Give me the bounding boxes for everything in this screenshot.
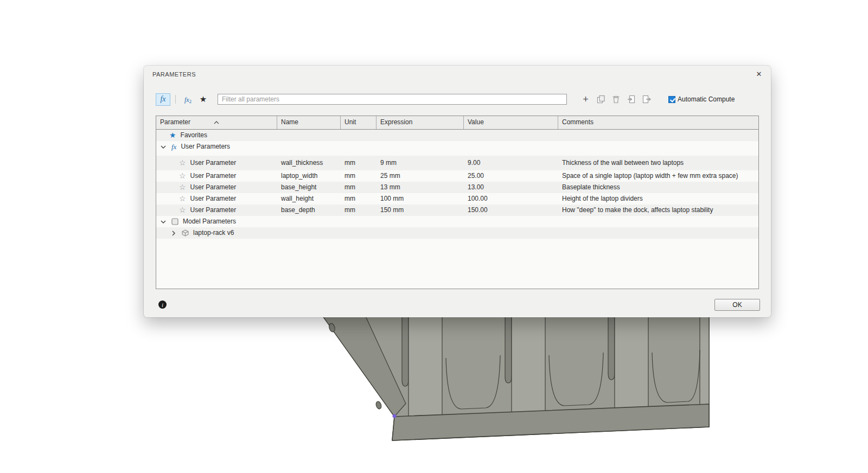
table-row-wall-height[interactable]: ☆ User Parameter wall_height mm 100 mm 1…: [156, 193, 758, 204]
param-value: 9.00: [464, 156, 558, 170]
copy-icon: [597, 95, 605, 104]
param-expression[interactable]: 100 mm: [376, 193, 464, 204]
param-value: 100.00: [464, 193, 558, 204]
plus-icon: +: [583, 94, 589, 104]
sort-ascending-icon: [214, 116, 219, 129]
table-row-wall-thickness[interactable]: ☆ User Parameter wall_thickness mm 9 mm …: [156, 156, 758, 170]
trash-icon: [612, 95, 620, 104]
automatic-compute-label: Automatic Compute: [678, 95, 735, 103]
dialog-title: PARAMETERS: [152, 71, 196, 78]
star-icon: ★: [200, 94, 207, 104]
param-value: 13.00: [464, 182, 558, 193]
model-parameters-icon: [171, 218, 178, 225]
export-icon: [642, 95, 651, 104]
favorites-filter-button[interactable]: ★: [197, 93, 209, 106]
favorite-toggle-star-icon[interactable]: ☆: [179, 193, 186, 204]
favorite-toggle-star-icon[interactable]: ☆: [179, 204, 186, 216]
column-header-name[interactable]: Name: [277, 116, 341, 129]
automatic-compute-group: Automatic Compute: [668, 95, 735, 103]
table-row-laptop-width[interactable]: ☆ User Parameter laptop_width mm 25 mm 2…: [156, 170, 758, 182]
param-comment[interactable]: Space of a single laptop (laptop width +…: [558, 170, 758, 182]
derived-parameter-fx2-button[interactable]: fx2: [181, 93, 195, 106]
ok-button[interactable]: OK: [714, 299, 760, 311]
user-parameter-fx-button[interactable]: fx: [156, 93, 170, 106]
param-value: 150.00: [464, 204, 558, 216]
import-icon: [627, 95, 636, 104]
parameters-dialog: PARAMETERS ✕ fx fx2 ★ +: [144, 66, 771, 317]
column-header-parameter[interactable]: Parameter: [156, 116, 277, 129]
delete-parameter-button[interactable]: [611, 94, 621, 105]
fx-icon: fx: [171, 141, 176, 152]
user-parameters-label: User Parameters: [181, 141, 230, 152]
table-body: ★ Favorites fx User Parameters ☆ User Pa…: [156, 130, 758, 239]
toolbar-divider: [175, 95, 176, 104]
param-unit: mm: [341, 193, 376, 204]
param-comment[interactable]: Baseplate thickness: [558, 182, 758, 193]
param-name: laptop_width: [277, 170, 341, 182]
favorite-toggle-star-icon[interactable]: ☆: [179, 182, 186, 193]
component-icon: [182, 229, 189, 237]
column-header-unit[interactable]: Unit: [341, 116, 376, 129]
add-parameter-button[interactable]: +: [580, 94, 591, 105]
favorites-label: Favorites: [181, 130, 207, 141]
close-icon[interactable]: ✕: [754, 69, 764, 80]
param-name: wall_height: [277, 193, 341, 204]
duplicate-parameter-button[interactable]: [596, 94, 606, 105]
model-parameters-label: Model Parameters: [183, 216, 236, 227]
chevron-right-icon[interactable]: [170, 231, 177, 236]
column-header-comments[interactable]: Comments: [558, 116, 758, 129]
parameters-table: Parameter Name Unit Expression Value Com…: [156, 116, 759, 289]
favorite-toggle-star-icon[interactable]: ☆: [179, 156, 186, 170]
table-row-base-height[interactable]: ☆ User Parameter base_height mm 13 mm 13…: [156, 182, 758, 193]
param-name: base_depth: [277, 204, 341, 216]
param-expression[interactable]: 150 mm: [376, 204, 464, 216]
chevron-down-icon[interactable]: [160, 145, 167, 149]
table-row-model-parameters-group[interactable]: Model Parameters: [156, 216, 758, 227]
param-comment[interactable]: How "deep" to make the dock, affects lap…: [558, 204, 758, 216]
column-header-value[interactable]: Value: [464, 116, 558, 129]
param-value: 25.00: [464, 170, 558, 182]
component-label: laptop-rack v6: [193, 227, 234, 239]
param-expression[interactable]: 9 mm: [376, 156, 464, 170]
param-unit: mm: [341, 170, 376, 182]
param-unit: mm: [341, 182, 376, 193]
param-comment[interactable]: Thickness of the wall between two laptop…: [558, 156, 758, 170]
param-unit: mm: [341, 156, 376, 170]
filter-parameters-input[interactable]: [218, 94, 567, 105]
param-expression[interactable]: 13 mm: [376, 182, 464, 193]
favorites-star-icon: ★: [169, 130, 176, 141]
parameters-toolbar: fx fx2 ★ +: [156, 93, 759, 106]
table-row-favorites[interactable]: ★ Favorites: [156, 130, 758, 141]
fx2-subscript: 2: [189, 99, 192, 104]
param-expression[interactable]: 25 mm: [376, 170, 464, 182]
column-header-expression[interactable]: Expression: [376, 116, 464, 129]
param-name: wall_thickness: [277, 156, 341, 170]
favorite-toggle-star-icon[interactable]: ☆: [179, 170, 186, 182]
export-parameters-button[interactable]: [641, 94, 652, 105]
fx2-icon: fx: [184, 96, 189, 104]
param-comment[interactable]: Height of the laptop dividers: [558, 193, 758, 204]
toolbar-actions: +: [580, 94, 656, 105]
param-name: base_height: [277, 182, 341, 193]
table-row-base-depth[interactable]: ☆ User Parameter base_depth mm 150 mm 15…: [156, 204, 758, 216]
param-unit: mm: [341, 204, 376, 216]
fx-icon: fx: [160, 95, 165, 104]
table-header: Parameter Name Unit Expression Value Com…: [156, 116, 758, 130]
chevron-down-icon[interactable]: [160, 220, 167, 223]
import-parameters-button[interactable]: [626, 94, 636, 105]
table-row-user-parameters-group[interactable]: fx User Parameters: [156, 141, 758, 152]
origin-point: [393, 414, 397, 418]
table-row-component-laptop-rack[interactable]: laptop-rack v6: [156, 227, 758, 239]
info-icon[interactable]: i: [158, 301, 167, 309]
automatic-compute-checkbox[interactable]: [668, 96, 675, 103]
